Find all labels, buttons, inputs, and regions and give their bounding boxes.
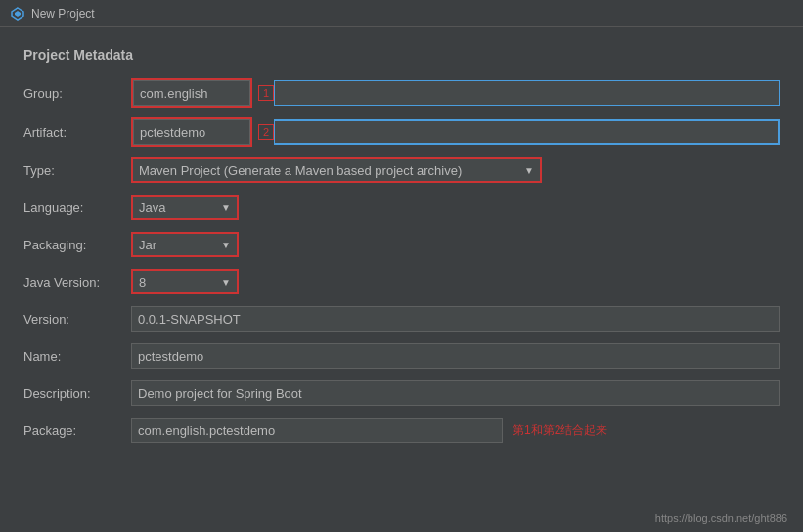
form-grid: Group: 1 Artifact: 2 Type: — [23, 78, 780, 444]
language-select-wrapper: Java Kotlin Groovy ▼ — [131, 195, 239, 220]
name-input[interactable] — [131, 343, 780, 369]
packaging-label: Packaging: — [23, 238, 131, 252]
group-label: Group: — [23, 86, 131, 101]
version-label: Version: — [23, 312, 131, 327]
packaging-row: Packaging: Jar War ▼ — [23, 231, 780, 258]
artifact-red-box — [131, 117, 252, 147]
group-red-box — [131, 78, 252, 108]
packaging-select[interactable]: Jar War — [133, 236, 231, 254]
type-label: Type: — [23, 163, 131, 178]
artifact-input[interactable] — [133, 119, 250, 145]
java-version-row: Java Version: 8 11 17 ▼ — [23, 268, 780, 295]
artifact-badge: 2 — [258, 124, 274, 140]
section-title: Project Metadata — [23, 47, 780, 63]
description-row: Description: — [23, 379, 780, 407]
type-row: Type: Maven Project (Generate a Maven ba… — [23, 156, 780, 184]
app-icon — [10, 6, 25, 22]
description-input[interactable] — [131, 380, 780, 406]
language-label: Language: — [23, 200, 131, 215]
artifact-input-wrapper: 2 — [131, 117, 780, 147]
java-version-select-wrapper: 8 11 17 ▼ — [131, 269, 239, 294]
version-row: Version: — [23, 305, 780, 332]
package-label: Package: — [23, 423, 131, 438]
language-row: Language: Java Kotlin Groovy ▼ — [23, 194, 780, 221]
artifact-full-input[interactable] — [274, 119, 780, 145]
main-content: Project Metadata Group: 1 Artifact: 2 — [0, 27, 803, 532]
java-version-select[interactable]: 8 11 17 — [133, 273, 231, 291]
title-bar: New Project — [0, 0, 803, 27]
group-input-wrapper: 1 — [131, 78, 780, 108]
type-select[interactable]: Maven Project (Generate a Maven based pr… — [133, 161, 540, 180]
version-input[interactable] — [131, 306, 780, 332]
group-row: Group: 1 — [23, 78, 780, 108]
name-row: Name: — [23, 342, 780, 370]
language-select[interactable]: Java Kotlin Groovy — [133, 199, 231, 217]
java-version-label: Java Version: — [23, 275, 131, 289]
name-label: Name: — [23, 349, 131, 364]
artifact-label: Artifact: — [23, 125, 131, 140]
group-input[interactable] — [133, 80, 250, 106]
watermark-url: https://blog.csdn.net/ght886 — [655, 512, 787, 524]
group-full-input[interactable] — [274, 80, 780, 106]
package-input[interactable] — [131, 418, 503, 443]
type-select-wrapper: Maven Project (Generate a Maven based pr… — [131, 157, 542, 183]
package-annotation: 第1和第2结合起来 — [513, 422, 607, 439]
package-row: Package: 第1和第2结合起来 — [23, 417, 780, 444]
description-label: Description: — [23, 386, 131, 401]
svg-marker-1 — [15, 11, 21, 17]
artifact-row: Artifact: 2 — [23, 117, 780, 147]
group-badge: 1 — [258, 85, 274, 101]
packaging-select-wrapper: Jar War ▼ — [131, 232, 239, 257]
window-title: New Project — [31, 7, 95, 21]
